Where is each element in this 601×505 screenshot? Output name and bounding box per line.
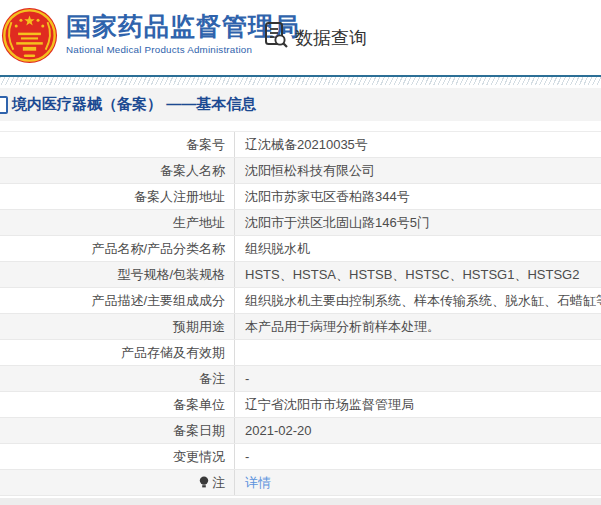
row-label: 备案日期 [0, 418, 234, 443]
header: 国家药品监督管理局 National Medical Products Admi… [0, 0, 601, 75]
table-row: 预期用途本产品用于病理分析前样本处理。 [0, 314, 601, 340]
table-row: 备案号辽沈械备20210035号 [0, 132, 601, 158]
row-value: 沈阳市苏家屯区香柏路344号 [234, 184, 601, 209]
row-label: 预期用途 [0, 314, 234, 339]
row-label: 产品名称/产品分类名称 [0, 236, 234, 261]
data-query-nav[interactable]: 数据查询 [263, 21, 367, 54]
row-value: 沈阳市于洪区北固山路146号5门 [234, 210, 601, 235]
row-label: 备案号 [0, 132, 234, 157]
table-row: 备案人注册地址沈阳市苏家屯区香柏路344号 [0, 184, 601, 210]
table-row: 型号规格/包装规格HSTS、HSTSA、HSTSB、HSTSC、HSTSG1、H… [0, 262, 601, 288]
row-value: 沈阳恒松科技有限公司 [234, 158, 601, 183]
doc-search-icon [263, 21, 290, 54]
table-row: 备注- [0, 366, 601, 392]
row-label: 备案人注册地址 [0, 184, 234, 209]
row-label: 型号规格/包装规格 [0, 262, 234, 287]
row-value: 辽宁省沈阳市市场监督管理局 [234, 392, 601, 417]
row-label: 备案人名称 [0, 158, 234, 183]
national-emblem-icon [1, 7, 58, 64]
row-value: - [234, 444, 601, 469]
section-bar: 境内医疗器械（备案） ——基本信息 [0, 88, 601, 121]
bulb-icon [199, 476, 209, 489]
details-link[interactable]: 详情 [245, 475, 271, 490]
row-value: HSTS、HSTSA、HSTSB、HSTSC、HSTSG1、HSTSG2 [234, 262, 601, 287]
row-label: 产品存储及有效期 [0, 340, 234, 365]
row-value: 本产品用于病理分析前样本处理。 [234, 314, 601, 339]
page-title: 境内医疗器械（备案） ——基本信息 [12, 95, 256, 114]
row-value: 辽沈械备20210035号 [234, 132, 601, 157]
row-value: - [234, 366, 601, 391]
row-label: 备注 [0, 366, 234, 391]
filing-table: 备案号辽沈械备20210035号备案人名称沈阳恒松科技有限公司备案人注册地址沈阳… [0, 131, 601, 496]
table-row: 产品存储及有效期 [0, 340, 601, 366]
table-row: 备案日期2021-02-20 [0, 418, 601, 444]
row-value: 组织脱水机主要由控制系统、样本传输系统、脱水缸、石蜡缸等组成。 [234, 288, 601, 313]
row-label: 备案单位 [0, 392, 234, 417]
footer-band [0, 498, 601, 505]
table-row: 注详情 [0, 470, 601, 496]
table-row: 生产地址沈阳市于洪区北固山路146号5门 [0, 210, 601, 236]
table-row: 备案人名称沈阳恒松科技有限公司 [0, 158, 601, 184]
table-row: 变更情况- [0, 444, 601, 470]
row-label: 生产地址 [0, 210, 234, 235]
row-value: 2021-02-20 [234, 418, 601, 443]
row-label: 变更情况 [0, 444, 234, 469]
row-label: 注 [0, 470, 234, 495]
doc-icon [0, 96, 8, 114]
row-label: 产品描述/主要组成成分 [0, 288, 234, 313]
table-row: 备案单位辽宁省沈阳市市场监督管理局 [0, 392, 601, 418]
row-value: 组织脱水机 [234, 236, 601, 261]
table-row: 产品名称/产品分类名称组织脱水机 [0, 236, 601, 262]
data-query-label: 数据查询 [295, 26, 367, 50]
hatch-divider [0, 77, 601, 85]
row-value [234, 340, 601, 365]
row-value: 详情 [234, 470, 601, 495]
table-row: 产品描述/主要组成成分组织脱水机主要由控制系统、样本传输系统、脱水缸、石蜡缸等组… [0, 288, 601, 314]
